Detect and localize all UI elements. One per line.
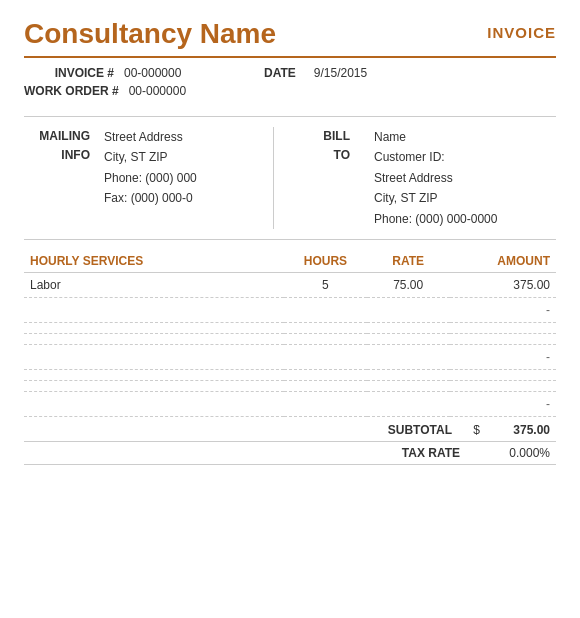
cell-amount (450, 333, 556, 344)
bill-street: Street Address (374, 168, 497, 188)
table-row: - (24, 391, 556, 416)
cell-service: Labor (24, 272, 284, 297)
cell-hours (284, 391, 367, 416)
cell-amount: - (450, 344, 556, 369)
invoice-row: INVOICE # 00-000000 DATE 9/15/2015 (24, 66, 556, 80)
cell-hours: 5 (284, 272, 367, 297)
taxrate-value: 0.000% (460, 446, 550, 460)
header-hours: HOURS (284, 250, 367, 273)
subtotal-value: 375.00 (480, 423, 550, 437)
work-order-row: WORK ORDER # 00-000000 (24, 84, 556, 98)
cell-hours (284, 297, 367, 322)
mailing-city: City, ST ZIP (104, 147, 253, 167)
billing-section: MAILINGINFO Street Address City, ST ZIP … (24, 116, 556, 240)
table-row (24, 322, 556, 333)
company-name: Consultancy Name (24, 18, 276, 50)
subtotal-label: SUBTOTAL (352, 423, 452, 437)
mailing-fax: Fax: (000) 000-0 (104, 188, 253, 208)
cell-hours (284, 333, 367, 344)
subtotal-row: SUBTOTAL $ 375.00 (24, 419, 556, 442)
header-amount: AMOUNT (450, 250, 556, 273)
cell-service (24, 322, 284, 333)
bill-to-label: BILLTO (304, 127, 364, 229)
mailing-info: Street Address City, ST ZIP Phone: (000)… (104, 127, 274, 229)
mailing-street: Street Address (104, 127, 253, 147)
header-rate: RATE (367, 250, 450, 273)
table-header-row: HOURLY SERVICES HOURS RATE AMOUNT (24, 250, 556, 273)
header-divider (24, 56, 556, 58)
cell-rate (367, 322, 450, 333)
cell-rate (367, 333, 450, 344)
work-order-value: 00-000000 (129, 84, 219, 98)
cell-service (24, 333, 284, 344)
date-label: DATE (264, 66, 296, 80)
invoice-label: INVOICE (487, 24, 556, 41)
cell-hours (284, 369, 367, 380)
table-row (24, 380, 556, 391)
cell-amount (450, 322, 556, 333)
table-row: - (24, 344, 556, 369)
subtotal-currency: $ (460, 423, 480, 437)
cell-service (24, 344, 284, 369)
invoice-number-label: INVOICE # (24, 66, 114, 80)
table-row (24, 333, 556, 344)
bill-city: City, ST ZIP (374, 188, 497, 208)
cell-service (24, 380, 284, 391)
services-table: HOURLY SERVICES HOURS RATE AMOUNT Labor5… (24, 250, 556, 417)
cell-amount: 375.00 (450, 272, 556, 297)
cell-hours (284, 344, 367, 369)
cell-amount: - (450, 297, 556, 322)
header: Consultancy Name INVOICE (24, 18, 556, 50)
bill-customer-id: Customer ID: (374, 147, 497, 167)
work-order-label: WORK ORDER # (24, 84, 119, 98)
taxrate-row: TAX RATE 0.000% (24, 442, 556, 465)
invoice-number-value: 00-000000 (124, 66, 214, 80)
header-service: HOURLY SERVICES (24, 250, 284, 273)
cell-rate (367, 380, 450, 391)
cell-rate: 75.00 (367, 272, 450, 297)
cell-hours (284, 380, 367, 391)
bill-name: Name (374, 127, 497, 147)
date-value: 9/15/2015 (314, 66, 367, 80)
cell-service (24, 297, 284, 322)
mailing-label: MAILINGINFO (24, 127, 104, 229)
cell-service (24, 369, 284, 380)
bill-phone: Phone: (000) 000-0000 (374, 209, 497, 229)
cell-hours (284, 322, 367, 333)
cell-service (24, 391, 284, 416)
table-row: - (24, 297, 556, 322)
table-row: Labor575.00375.00 (24, 272, 556, 297)
cell-amount (450, 369, 556, 380)
cell-rate (367, 297, 450, 322)
table-row (24, 369, 556, 380)
taxrate-label: TAX RATE (360, 446, 460, 460)
cell-rate (367, 344, 450, 369)
bill-info: Name Customer ID: Street Address City, S… (374, 127, 497, 229)
cell-rate (367, 369, 450, 380)
mailing-phone: Phone: (000) 000 (104, 168, 253, 188)
cell-rate (367, 391, 450, 416)
summary-section: SUBTOTAL $ 375.00 TAX RATE 0.000% (24, 419, 556, 465)
cell-amount (450, 380, 556, 391)
cell-amount: - (450, 391, 556, 416)
